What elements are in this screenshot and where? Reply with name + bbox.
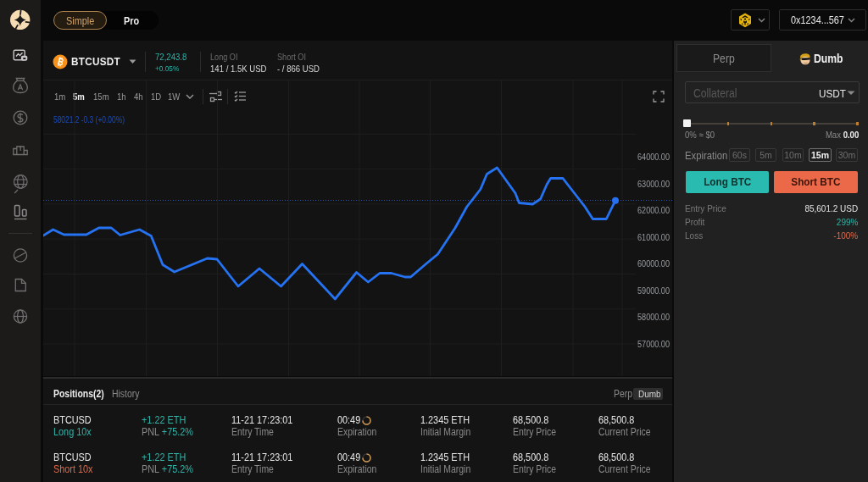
svg-text:61000.00: 61000.00 bbox=[637, 233, 670, 242]
svg-text:64000.00: 64000.00 bbox=[637, 152, 670, 162]
svg-text:58000.00: 58000.00 bbox=[637, 313, 670, 322]
svg-text:62000.00: 62000.00 bbox=[637, 206, 670, 215]
svg-text:59000.00: 59000.00 bbox=[637, 286, 670, 296]
svg-text:63000.00: 63000.00 bbox=[637, 180, 670, 189]
svg-text:60000.00: 60000.00 bbox=[637, 259, 670, 269]
svg-text:58021.2 -0.3 (+0.00%): 58021.2 -0.3 (+0.00%) bbox=[53, 114, 125, 125]
svg-text:57000.00: 57000.00 bbox=[637, 340, 670, 349]
